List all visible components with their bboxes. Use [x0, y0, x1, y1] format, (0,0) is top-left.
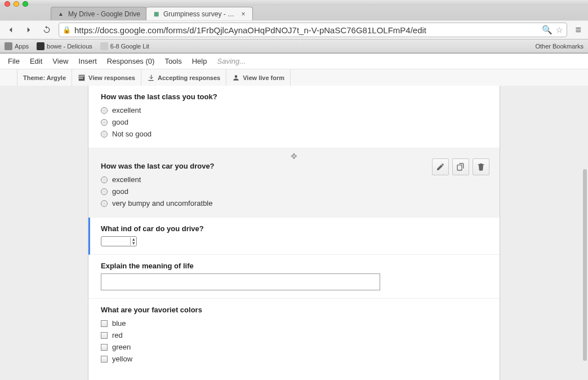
back-button[interactable] — [5, 24, 17, 36]
person-icon — [232, 74, 240, 82]
menu-tools[interactable]: Tools — [164, 57, 181, 65]
option-row: good — [101, 116, 487, 128]
chrome-menu-button[interactable]: ≡ — [573, 24, 583, 36]
radio-icon — [101, 200, 108, 207]
tab-title: Grumpiness survey - Goog — [163, 10, 237, 18]
bookmark-item[interactable]: 6-8 Google Lit — [100, 42, 149, 50]
question-block[interactable]: Explain the meaning of life — [88, 255, 500, 299]
edit-button[interactable] — [432, 158, 449, 175]
radio-icon — [101, 131, 108, 138]
favicon-drive-icon: ▲ — [57, 10, 65, 18]
checkbox-icon — [101, 332, 108, 339]
accepting-responses-button[interactable]: Accepting responses — [141, 69, 226, 86]
menu-responses[interactable]: Responses (0) — [107, 57, 155, 65]
browser-tab-forms[interactable]: ▦ Grumpiness survey - Goog × — [146, 7, 253, 20]
bookmark-star-icon[interactable]: ☆ — [556, 25, 563, 34]
duplicate-button[interactable] — [452, 158, 469, 175]
question-title: How was the last car you drove? — [101, 162, 487, 170]
view-responses-button[interactable]: View responses — [72, 69, 141, 86]
window-zoom-icon[interactable] — [23, 1, 28, 7]
favicon-sheets-icon: ▦ — [152, 10, 160, 18]
radio-icon — [101, 107, 108, 114]
trash-icon — [476, 162, 485, 171]
grid-icon — [78, 74, 86, 82]
option-row: very bumpy and uncomforatble — [101, 197, 487, 209]
reload-button[interactable] — [41, 24, 53, 36]
checkbox-icon — [101, 356, 108, 363]
question-block-selected[interactable]: What ind of car do you drive? ▴▾ — [88, 218, 500, 255]
question-title: How was the last class you took? — [101, 92, 487, 101]
menu-file[interactable]: File — [8, 57, 20, 65]
question-title: What ind of car do you drive? — [101, 224, 487, 233]
menu-view[interactable]: View — [52, 57, 68, 65]
address-bar-row: 🔒 https://docs.google.com/forms/d/1FrbQj… — [0, 20, 588, 39]
tab-close-icon[interactable]: × — [240, 11, 247, 17]
saving-status: Saving... — [217, 57, 246, 65]
stepper-arrows-icon: ▴▾ — [130, 237, 135, 245]
radio-icon — [101, 188, 108, 195]
window-minimize-icon[interactable] — [14, 1, 19, 7]
url-text: https://docs.google.com/forms/d/1FrbQjlc… — [74, 25, 538, 35]
bookmark-icon — [37, 42, 44, 50]
bookmark-icon — [100, 42, 108, 50]
option-row: yellow — [101, 353, 487, 365]
other-bookmarks[interactable]: Other Bookmarks — [535, 43, 583, 50]
form-container: How was the last class you took? excelle… — [88, 86, 500, 380]
lock-icon: 🔒 — [63, 26, 71, 34]
radio-icon — [101, 176, 108, 183]
checkbox-icon — [101, 344, 108, 351]
pencil-icon — [436, 162, 445, 171]
forward-button[interactable] — [23, 24, 35, 36]
copy-icon — [456, 162, 465, 171]
menu-edit[interactable]: Edit — [30, 57, 42, 65]
vertical-scrollbar[interactable] — [583, 169, 587, 361]
dropdown-field[interactable]: ▴▾ — [101, 236, 137, 246]
option-row: red — [101, 329, 487, 341]
apps-icon — [5, 42, 12, 50]
view-live-form-button[interactable]: View live form — [226, 69, 291, 86]
download-icon — [147, 74, 155, 82]
form-canvas: How was the last class you took? excelle… — [0, 86, 588, 380]
menu-help[interactable]: Help — [192, 57, 207, 65]
search-in-page-icon[interactable]: 🔍 — [542, 25, 553, 35]
bookmark-item[interactable]: bowe - Delicious — [37, 42, 92, 50]
browser-tabs: ▲ My Drive - Google Drive ▦ Grumpiness s… — [0, 6, 588, 20]
browser-chrome: ▲ My Drive - Google Drive ▦ Grumpiness s… — [0, 0, 588, 54]
window-titlebar — [0, 0, 588, 6]
option-row: good — [101, 185, 487, 197]
radio-icon — [101, 119, 108, 126]
option-row: Not so good — [101, 128, 487, 140]
toolbar: Theme: Argyle View responses Accepting r… — [0, 69, 588, 86]
option-row: green — [101, 341, 487, 353]
browser-tab-drive[interactable]: ▲ My Drive - Google Drive — [51, 7, 146, 20]
bookmarks-bar: Apps bowe - Delicious 6-8 Google Lit Oth… — [0, 39, 588, 53]
bookmark-apps[interactable]: Apps — [5, 42, 29, 50]
delete-button[interactable] — [473, 158, 489, 175]
theme-button[interactable]: Theme: Argyle — [17, 69, 72, 86]
question-title: Explain the meaning of life — [101, 262, 487, 270]
drag-handle-icon[interactable]: ✥ — [291, 152, 297, 161]
url-bar[interactable]: 🔒 https://docs.google.com/forms/d/1FrbQj… — [59, 23, 567, 37]
paragraph-answer-field[interactable] — [101, 273, 380, 290]
question-block[interactable]: What are your favoriet colors blue red g… — [88, 299, 500, 373]
menu-insert[interactable]: Insert — [78, 57, 97, 65]
app-menu-bar: File Edit View Insert Responses (0) Tool… — [0, 54, 588, 69]
option-row: excellent — [101, 104, 487, 116]
option-row: excellent — [101, 174, 487, 185]
question-block[interactable]: How was the last class you took? excelle… — [88, 86, 500, 148]
window-close-icon[interactable] — [5, 1, 10, 7]
question-actions — [432, 158, 489, 175]
checkbox-icon — [101, 320, 108, 327]
option-row: blue — [101, 317, 487, 329]
tab-title: My Drive - Google Drive — [68, 10, 140, 18]
question-title: What are your favoriet colors — [101, 306, 487, 314]
question-block-hover[interactable]: ✥ How was the last car you drove? excell… — [88, 148, 500, 218]
